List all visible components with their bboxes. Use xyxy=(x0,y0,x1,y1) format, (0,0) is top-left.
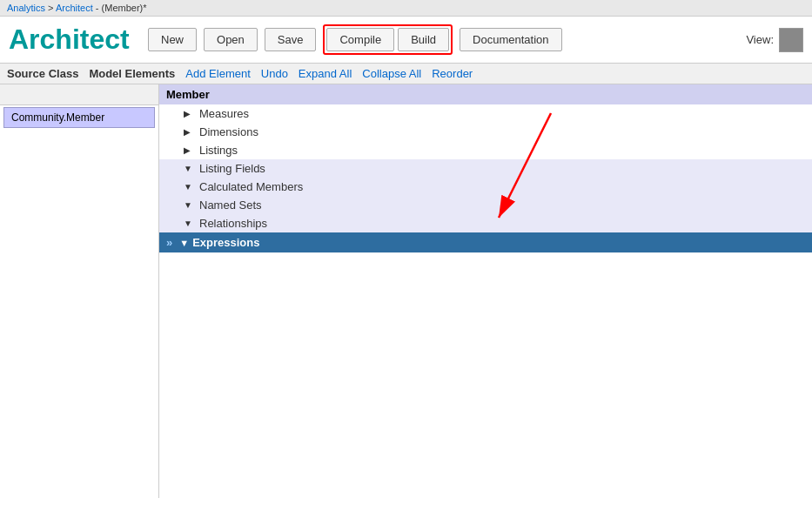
source-panel-header xyxy=(0,84,158,105)
source-panel: Community.Member xyxy=(0,84,159,498)
listings-item[interactable]: ▶ Listings xyxy=(159,141,812,159)
named-sets-label: Named Sets xyxy=(199,199,262,212)
member-header: Member xyxy=(159,84,812,104)
view-section: View: xyxy=(746,28,803,52)
named-sets-arrow: ▼ xyxy=(184,200,194,210)
undo-link[interactable]: Undo xyxy=(261,67,288,80)
open-button[interactable]: Open xyxy=(204,28,258,51)
breadcrumb: Analytics > Architect - (Member)* xyxy=(0,0,812,17)
listings-arrow: ▶ xyxy=(184,145,194,155)
model-elements-label: Model Elements xyxy=(89,67,175,80)
calculated-members-arrow: ▼ xyxy=(184,182,194,192)
expressions-label: Expressions xyxy=(192,236,259,249)
dimensions-item[interactable]: ▶ Dimensions xyxy=(159,123,812,141)
relationships-label: Relationships xyxy=(199,217,267,230)
calculated-members-label: Calculated Members xyxy=(199,180,303,193)
listing-fields-item[interactable]: ▼ Listing Fields xyxy=(159,159,812,178)
source-class-label: Source Class xyxy=(7,67,78,80)
measures-arrow: ▶ xyxy=(184,109,194,118)
toolbar: Source Class Model Elements Add Element … xyxy=(0,64,812,84)
expand-all-link[interactable]: Expand All xyxy=(299,67,352,80)
member-header-label: Member xyxy=(166,88,210,101)
collapse-all-link[interactable]: Collapse All xyxy=(362,67,421,80)
save-button[interactable]: Save xyxy=(265,28,317,51)
relationships-item[interactable]: ▼ Relationships xyxy=(159,214,812,232)
relationships-arrow: ▼ xyxy=(184,219,194,228)
compile-build-group: Compile Build xyxy=(323,24,453,55)
main-content: Community.Member Member ▶ Measures ▶ Dim… xyxy=(0,84,812,498)
app-title: Architect xyxy=(9,24,131,56)
new-button[interactable]: New xyxy=(148,28,197,51)
source-class-item[interactable]: Community.Member xyxy=(3,107,155,128)
breadcrumb-analytics-link[interactable]: Analytics xyxy=(7,3,45,13)
view-label-text: View: xyxy=(746,33,774,46)
listing-fields-label: Listing Fields xyxy=(199,162,265,175)
measures-label: Measures xyxy=(199,107,249,120)
measures-item[interactable]: ▶ Measures xyxy=(159,104,812,123)
model-panel: Member ▶ Measures ▶ Dimensions ▶ Listing… xyxy=(159,84,812,498)
build-button[interactable]: Build xyxy=(398,28,449,51)
named-sets-item[interactable]: ▼ Named Sets xyxy=(159,196,812,214)
add-element-link[interactable]: Add Element xyxy=(185,67,250,80)
calculated-members-item[interactable]: ▼ Calculated Members xyxy=(159,178,812,196)
expressions-arrow: ▼ xyxy=(179,238,189,248)
breadcrumb-dash: - xyxy=(96,3,102,13)
documentation-button[interactable]: Documentation xyxy=(460,28,561,51)
breadcrumb-member-tag: (Member)* xyxy=(102,3,147,13)
breadcrumb-sep1: > xyxy=(48,3,53,13)
listing-fields-arrow: ▼ xyxy=(184,164,194,173)
breadcrumb-architect-link[interactable]: Architect xyxy=(56,3,93,13)
dimensions-label: Dimensions xyxy=(199,125,258,138)
compile-button[interactable]: Compile xyxy=(326,28,394,51)
expressions-prefix: » xyxy=(166,236,172,249)
expressions-item[interactable]: » ▼ Expressions xyxy=(159,232,812,252)
header: Architect New Open Save Compile Build Do… xyxy=(0,17,812,64)
view-icon[interactable] xyxy=(779,28,803,52)
listings-label: Listings xyxy=(199,144,238,157)
dimensions-arrow: ▶ xyxy=(184,127,194,137)
reorder-link[interactable]: Reorder xyxy=(432,67,473,80)
